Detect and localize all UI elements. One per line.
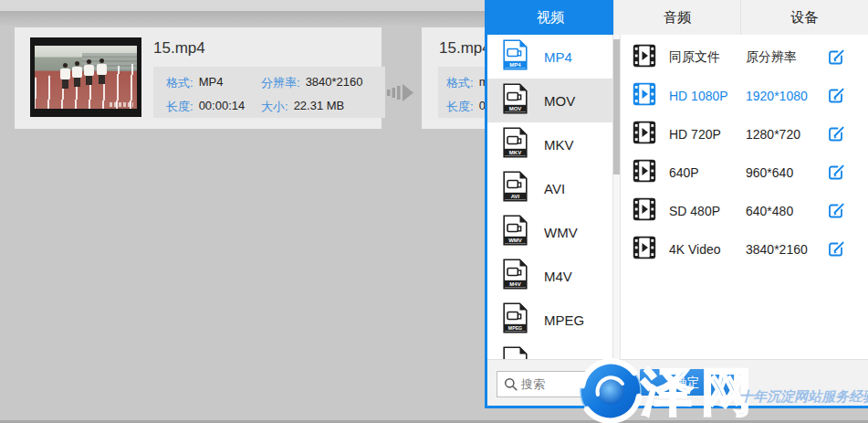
edit-settings-icon[interactable] <box>826 239 846 259</box>
mp4-file-icon: MP4 <box>502 39 528 74</box>
thumbnail-person <box>97 58 107 84</box>
search-strip: 确定 <box>487 359 868 406</box>
quality-row-4k[interactable]: 4K Video 3840*2160 <box>621 230 868 269</box>
film-icon <box>633 197 656 225</box>
svg-text:MPEG: MPEG <box>508 325 522 331</box>
search-icon <box>504 377 518 396</box>
quality-row-sd480p[interactable]: SD 480P 640*480 <box>621 192 868 230</box>
format-item-mp4[interactable]: MP4 MP4 <box>487 35 612 79</box>
search-input[interactable] <box>521 372 614 397</box>
film-icon <box>633 121 656 148</box>
duration-value: 00:00:14 <box>199 99 246 115</box>
quality-resolution: 3840*2160 <box>746 242 808 257</box>
format-item-avi[interactable]: AVI AVI <box>487 166 612 210</box>
quality-resolution: 1920*1080 <box>746 89 808 103</box>
thumbnail-watermark <box>110 102 133 107</box>
format-label: M4V <box>544 269 572 284</box>
film-icon <box>633 44 656 71</box>
quality-row-original[interactable]: 同原文件 原分辨率 <box>621 38 868 77</box>
film-icon <box>633 82 656 110</box>
edit-settings-icon[interactable] <box>826 201 846 221</box>
format-label: WMV <box>544 225 578 240</box>
format-panel: 视频 音频 设备 MP4 MP4 <box>485 0 868 408</box>
target-file-name: 15.mp4 <box>439 39 491 58</box>
avi-file-icon: AVI <box>502 171 528 206</box>
format-label: MKV <box>544 137 574 153</box>
quality-list: 同原文件 原分辨率 <box>621 35 868 359</box>
edit-settings-icon[interactable] <box>826 86 846 106</box>
tab-audio[interactable]: 音频 <box>614 0 741 35</box>
quality-row-640p[interactable]: 640P 960*640 <box>621 153 868 192</box>
mov-file-icon: MOV <box>502 83 528 118</box>
mpeg-file-icon: MPEG <box>502 302 528 337</box>
format-label: 格式: <box>446 75 474 91</box>
quality-resolution: 960*640 <box>746 165 793 180</box>
source-file-name: 15.mp4 <box>153 39 205 58</box>
tab-video[interactable]: 视频 <box>487 0 614 35</box>
svg-text:MP4: MP4 <box>509 62 521 68</box>
format-item-mov[interactable]: MOV MOV <box>487 79 612 122</box>
wmv-file-icon: WMV <box>502 215 528 249</box>
svg-text:WMV: WMV <box>508 238 522 243</box>
quality-name: 同原文件 <box>669 49 746 66</box>
format-item-mpeg[interactable]: MPEG MPEG <box>487 298 612 342</box>
svg-text:MOV: MOV <box>509 106 522 111</box>
format-item-mkv[interactable]: MKV MKV <box>487 122 612 166</box>
convert-arrow-icon <box>387 83 414 106</box>
thumbnail-person <box>84 59 94 85</box>
edit-settings-icon[interactable] <box>826 124 846 144</box>
quality-name: SD 480P <box>669 204 746 218</box>
thumbnail-person <box>60 63 70 89</box>
source-info-box: 格式:MP4 分辨率:3840*2160 长度:00:00:14 大小:22.3… <box>153 67 385 118</box>
scrollbar-thumb[interactable] <box>613 39 620 174</box>
quality-row-hd1080p[interactable]: HD 1080P 1920*1080 <box>621 77 868 115</box>
quality-resolution: 640*480 <box>746 204 793 218</box>
video-thumbnail <box>30 37 141 117</box>
format-item-wmv[interactable]: WMV WMV <box>487 210 612 254</box>
edit-settings-icon[interactable] <box>826 48 846 68</box>
size-label: 大小: <box>261 99 288 115</box>
resolution-label: 分辨率: <box>261 75 300 91</box>
tab-device[interactable]: 设备 <box>741 0 868 35</box>
format-tabs: 视频 音频 设备 <box>487 0 868 35</box>
edit-settings-icon[interactable] <box>826 163 846 183</box>
quality-row-hd720p[interactable]: HD 720P 1280*720 <box>621 115 868 153</box>
svg-text:MKV: MKV <box>509 150 521 155</box>
quality-resolution: 原分辨率 <box>746 49 797 66</box>
format-label: AVI <box>544 181 565 196</box>
format-value: MP4 <box>199 75 224 91</box>
quality-name: 640P <box>669 165 746 180</box>
format-list-scrollbar[interactable] <box>612 35 621 359</box>
file-card-source[interactable]: 15.mp4 格式:MP4 分辨率:3840*2160 长度:00:00:14 … <box>15 27 382 129</box>
duration-label: 长度: <box>446 99 474 115</box>
quality-name: 4K Video <box>669 242 746 257</box>
format-label: MPEG <box>544 312 584 328</box>
resolution-value: 3840*2160 <box>306 75 363 91</box>
film-icon <box>633 236 656 263</box>
film-icon <box>633 159 656 186</box>
format-label: 格式: <box>166 75 193 91</box>
format-label: MP4 <box>544 49 572 65</box>
mkv-file-icon: MKV <box>502 127 528 162</box>
svg-text:M4V: M4V <box>509 281 520 287</box>
quality-name: HD 1080P <box>669 89 746 103</box>
quality-resolution: 1280*720 <box>746 127 800 142</box>
format-sidebar: MP4 MP4 MOV MOV <box>487 35 612 359</box>
svg-text:AVI: AVI <box>511 194 520 199</box>
thumbnail-photo <box>35 46 137 109</box>
confirm-button[interactable]: 确定 <box>640 369 734 396</box>
search-box[interactable] <box>497 371 618 397</box>
format-label: MOV <box>544 93 575 109</box>
thumbnail-person <box>72 61 82 87</box>
format-item-m4v[interactable]: M4V M4V <box>487 254 612 298</box>
m4v-file-icon: M4V <box>502 259 528 293</box>
duration-label: 长度: <box>166 99 193 115</box>
quality-name: HD 720P <box>669 127 746 142</box>
size-value: 22.31 MB <box>294 99 345 115</box>
